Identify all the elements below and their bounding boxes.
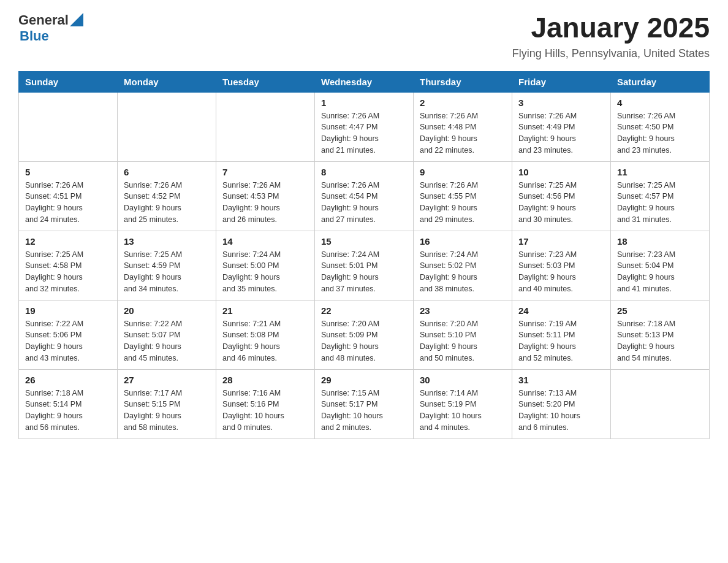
- day-number: 27: [124, 375, 210, 385]
- day-info: Sunrise: 7:20 AM Sunset: 5:10 PM Dayligh…: [420, 318, 506, 364]
- day-cell: [19, 92, 118, 161]
- day-info: Sunrise: 7:25 AM Sunset: 4:58 PM Dayligh…: [25, 249, 111, 295]
- week-row-3: 12Sunrise: 7:25 AM Sunset: 4:58 PM Dayli…: [19, 231, 710, 300]
- day-number: 4: [617, 98, 703, 108]
- day-info: Sunrise: 7:18 AM Sunset: 5:13 PM Dayligh…: [617, 318, 703, 364]
- day-cell: 20Sunrise: 7:22 AM Sunset: 5:07 PM Dayli…: [118, 300, 216, 369]
- day-cell: 14Sunrise: 7:24 AM Sunset: 5:00 PM Dayli…: [216, 231, 315, 300]
- day-cell: 4Sunrise: 7:26 AM Sunset: 4:50 PM Daylig…: [611, 92, 710, 161]
- day-cell: 11Sunrise: 7:25 AM Sunset: 4:57 PM Dayli…: [611, 161, 710, 231]
- day-info: Sunrise: 7:26 AM Sunset: 4:48 PM Dayligh…: [420, 110, 506, 156]
- logo-general-text: General: [18, 12, 69, 28]
- day-number: 18: [617, 236, 703, 247]
- day-cell: 18Sunrise: 7:23 AM Sunset: 5:04 PM Dayli…: [611, 231, 710, 300]
- calendar-header-row: Sunday Monday Tuesday Wednesday Thursday…: [19, 71, 710, 92]
- day-cell: [611, 369, 710, 439]
- day-cell: 16Sunrise: 7:24 AM Sunset: 5:02 PM Dayli…: [414, 231, 512, 300]
- day-cell: 29Sunrise: 7:15 AM Sunset: 5:17 PM Dayli…: [315, 369, 414, 439]
- day-number: 5: [25, 167, 111, 177]
- day-info: Sunrise: 7:14 AM Sunset: 5:19 PM Dayligh…: [420, 388, 506, 434]
- day-number: 30: [420, 375, 506, 385]
- day-number: 22: [321, 305, 407, 316]
- day-number: 12: [25, 236, 111, 247]
- day-info: Sunrise: 7:16 AM Sunset: 5:16 PM Dayligh…: [222, 388, 308, 434]
- day-number: 1: [321, 98, 407, 108]
- svg-marker-0: [70, 13, 83, 26]
- day-number: 19: [25, 305, 111, 316]
- week-row-4: 19Sunrise: 7:22 AM Sunset: 5:06 PM Dayli…: [19, 300, 710, 369]
- day-info: Sunrise: 7:13 AM Sunset: 5:20 PM Dayligh…: [518, 388, 604, 434]
- header-monday: Monday: [118, 71, 216, 92]
- day-info: Sunrise: 7:21 AM Sunset: 5:08 PM Dayligh…: [222, 318, 308, 364]
- day-info: Sunrise: 7:26 AM Sunset: 4:54 PM Dayligh…: [321, 180, 407, 226]
- day-cell: 24Sunrise: 7:19 AM Sunset: 5:11 PM Dayli…: [512, 300, 611, 369]
- day-cell: 5Sunrise: 7:26 AM Sunset: 4:51 PM Daylig…: [19, 161, 118, 231]
- day-info: Sunrise: 7:20 AM Sunset: 5:09 PM Dayligh…: [321, 318, 407, 364]
- day-cell: 23Sunrise: 7:20 AM Sunset: 5:10 PM Dayli…: [414, 300, 512, 369]
- day-number: 23: [420, 305, 506, 316]
- day-cell: 10Sunrise: 7:25 AM Sunset: 4:56 PM Dayli…: [512, 161, 611, 231]
- day-info: Sunrise: 7:24 AM Sunset: 5:02 PM Dayligh…: [420, 249, 506, 295]
- day-number: 6: [124, 167, 210, 177]
- header-sunday: Sunday: [19, 71, 118, 92]
- day-number: 14: [222, 236, 308, 247]
- day-number: 11: [617, 167, 703, 177]
- day-cell: 12Sunrise: 7:25 AM Sunset: 4:58 PM Dayli…: [19, 231, 118, 300]
- day-info: Sunrise: 7:26 AM Sunset: 4:55 PM Dayligh…: [420, 180, 506, 226]
- calendar-subtitle: Flying Hills, Pennsylvania, United State…: [512, 47, 710, 60]
- day-cell: 13Sunrise: 7:25 AM Sunset: 4:59 PM Dayli…: [118, 231, 216, 300]
- day-number: 16: [420, 236, 506, 247]
- header-tuesday: Tuesday: [216, 71, 315, 92]
- day-info: Sunrise: 7:22 AM Sunset: 5:07 PM Dayligh…: [124, 318, 210, 364]
- day-info: Sunrise: 7:26 AM Sunset: 4:47 PM Dayligh…: [321, 110, 407, 156]
- day-cell: 22Sunrise: 7:20 AM Sunset: 5:09 PM Dayli…: [315, 300, 414, 369]
- day-info: Sunrise: 7:26 AM Sunset: 4:53 PM Dayligh…: [222, 180, 308, 226]
- day-number: 3: [518, 98, 604, 108]
- week-row-5: 26Sunrise: 7:18 AM Sunset: 5:14 PM Dayli…: [19, 369, 710, 439]
- day-cell: 3Sunrise: 7:26 AM Sunset: 4:49 PM Daylig…: [512, 92, 611, 161]
- calendar-title: January 2025: [512, 12, 710, 44]
- logo-triangle-icon: [70, 13, 83, 26]
- header-saturday: Saturday: [611, 71, 710, 92]
- day-cell: [216, 92, 315, 161]
- day-info: Sunrise: 7:15 AM Sunset: 5:17 PM Dayligh…: [321, 388, 407, 434]
- day-info: Sunrise: 7:23 AM Sunset: 5:04 PM Dayligh…: [617, 249, 703, 295]
- day-cell: 9Sunrise: 7:26 AM Sunset: 4:55 PM Daylig…: [414, 161, 512, 231]
- day-info: Sunrise: 7:26 AM Sunset: 4:51 PM Dayligh…: [25, 180, 111, 226]
- day-cell: 6Sunrise: 7:26 AM Sunset: 4:52 PM Daylig…: [118, 161, 216, 231]
- title-area: January 2025 Flying Hills, Pennsylvania,…: [512, 12, 710, 60]
- day-cell: 15Sunrise: 7:24 AM Sunset: 5:01 PM Dayli…: [315, 231, 414, 300]
- day-number: 21: [222, 305, 308, 316]
- day-cell: 28Sunrise: 7:16 AM Sunset: 5:16 PM Dayli…: [216, 369, 315, 439]
- logo-blue-text: Blue: [20, 28, 83, 44]
- day-number: 2: [420, 98, 506, 108]
- day-info: Sunrise: 7:26 AM Sunset: 4:50 PM Dayligh…: [617, 110, 703, 156]
- header-wednesday: Wednesday: [315, 71, 414, 92]
- day-number: 20: [124, 305, 210, 316]
- day-number: 17: [518, 236, 604, 247]
- header-thursday: Thursday: [414, 71, 512, 92]
- day-info: Sunrise: 7:26 AM Sunset: 4:52 PM Dayligh…: [124, 180, 210, 226]
- day-info: Sunrise: 7:24 AM Sunset: 5:00 PM Dayligh…: [222, 249, 308, 295]
- day-cell: 27Sunrise: 7:17 AM Sunset: 5:15 PM Dayli…: [118, 369, 216, 439]
- day-info: Sunrise: 7:22 AM Sunset: 5:06 PM Dayligh…: [25, 318, 111, 364]
- day-cell: 31Sunrise: 7:13 AM Sunset: 5:20 PM Dayli…: [512, 369, 611, 439]
- header: General Blue January 2025 Flying Hills, …: [18, 12, 710, 60]
- day-info: Sunrise: 7:25 AM Sunset: 4:59 PM Dayligh…: [124, 249, 210, 295]
- day-cell: 19Sunrise: 7:22 AM Sunset: 5:06 PM Dayli…: [19, 300, 118, 369]
- day-info: Sunrise: 7:24 AM Sunset: 5:01 PM Dayligh…: [321, 249, 407, 295]
- day-number: 26: [25, 375, 111, 385]
- day-cell: 17Sunrise: 7:23 AM Sunset: 5:03 PM Dayli…: [512, 231, 611, 300]
- day-info: Sunrise: 7:25 AM Sunset: 4:56 PM Dayligh…: [518, 180, 604, 226]
- day-info: Sunrise: 7:19 AM Sunset: 5:11 PM Dayligh…: [518, 318, 604, 364]
- day-cell: 7Sunrise: 7:26 AM Sunset: 4:53 PM Daylig…: [216, 161, 315, 231]
- week-row-2: 5Sunrise: 7:26 AM Sunset: 4:51 PM Daylig…: [19, 161, 710, 231]
- day-cell: 1Sunrise: 7:26 AM Sunset: 4:47 PM Daylig…: [315, 92, 414, 161]
- day-number: 10: [518, 167, 604, 177]
- header-friday: Friday: [512, 71, 611, 92]
- day-info: Sunrise: 7:23 AM Sunset: 5:03 PM Dayligh…: [518, 249, 604, 295]
- day-number: 31: [518, 375, 604, 385]
- day-cell: 8Sunrise: 7:26 AM Sunset: 4:54 PM Daylig…: [315, 161, 414, 231]
- day-cell: [118, 92, 216, 161]
- day-cell: 25Sunrise: 7:18 AM Sunset: 5:13 PM Dayli…: [611, 300, 710, 369]
